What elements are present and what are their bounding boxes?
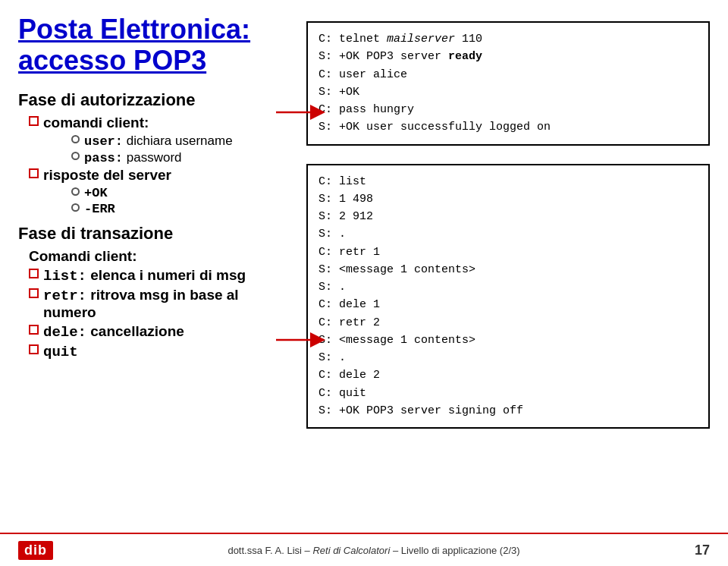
- user-cmd-code: user:: [84, 134, 123, 149]
- dialog2-line-10: S: <message 1 contents>: [318, 332, 698, 349]
- dele-item: dele: cancellazione: [29, 323, 291, 341]
- dialog2-line-13: C: quit: [318, 385, 698, 402]
- dialog2-line-8: C: dele 1: [318, 296, 698, 313]
- trans-heading-text: Fase di transazione: [18, 224, 173, 243]
- dialog-box-2: C: list S: 1 498 S: 2 912 S: . C: retr 1…: [306, 164, 710, 429]
- dialog2-line-11: S: .: [318, 349, 698, 366]
- ok-reply: +OK: [71, 186, 291, 200]
- right-column: C: telnet mailserver 110 S: +OK POP3 ser…: [299, 14, 710, 525]
- dialog2-line-3: S: 2 912: [318, 208, 698, 225]
- retr-text: retr: ritrova msg in base al numero: [43, 287, 278, 321]
- dele-text: dele: cancellazione: [43, 323, 184, 341]
- square-bullet-4: [29, 288, 39, 298]
- auth-heading-text: Fase di autorizzazione: [18, 90, 196, 109]
- auth-block: comandi client: user: dichiara username …: [29, 115, 291, 216]
- dele-desc: cancellazione: [86, 323, 184, 339]
- dialog1-line-5: C: pass hungry: [318, 101, 698, 118]
- pass-cmd-text: pass: password: [84, 150, 182, 165]
- square-bullet-3: [29, 269, 39, 278]
- quit-text: quit: [43, 343, 78, 360]
- footer-citation: dott.ssa F. A. Lisi – Reti di Calcolator…: [228, 545, 519, 556]
- circle-bullet-3: [71, 187, 80, 196]
- user-item: user: dichiara username: [71, 134, 291, 149]
- err-reply: -ERR: [71, 202, 291, 216]
- quit-item: quit: [29, 343, 291, 360]
- dib-logo: dib: [18, 541, 53, 560]
- auth-heading: Fase di autorizzazione: [18, 90, 291, 110]
- dialog1-line-3: C: user alice: [318, 66, 698, 83]
- page: Posta Elettronica: accesso POP3 Fase di …: [0, 0, 728, 566]
- footer-text: dott.ssa F. A. Lisi – Reti di Calcolator…: [228, 545, 519, 556]
- retr-item: retr: ritrova msg in base al numero: [29, 287, 291, 321]
- square-bullet-2: [29, 168, 39, 178]
- trans-client-text: Comandi client:: [29, 248, 137, 265]
- client-commands-text: comandi client:: [43, 115, 149, 131]
- footer-logo-area: dib: [18, 541, 53, 560]
- server-replies-items: +OK -ERR: [50, 186, 291, 216]
- dialog1-line-2: S: +OK POP3 server ready: [318, 48, 698, 65]
- main-content: Posta Elettronica: accesso POP3 Fase di …: [0, 0, 728, 533]
- square-bullet-6: [29, 344, 39, 354]
- dialog2-line-4: S: .: [318, 225, 698, 243]
- footer: dib dott.ssa F. A. Lisi – Reti di Calcol…: [0, 533, 728, 566]
- trans-block: Comandi client: list: elenca i numeri di…: [29, 248, 291, 360]
- title-line1: Posta Elettronica:: [18, 14, 250, 45]
- trans-heading: Fase di transazione: [18, 224, 291, 244]
- dialog2-line-9: C: retr 2: [318, 314, 698, 332]
- dele-code: dele:: [43, 324, 86, 341]
- user-desc: dichiara username: [123, 134, 233, 148]
- list-desc: elenca i numeri di msg: [86, 267, 246, 283]
- square-bullet-1: [29, 116, 39, 126]
- square-bullet-5: [29, 325, 39, 335]
- dialog2-line-14: S: +OK POP3 server signing off: [318, 402, 698, 420]
- dialog1-line-4: S: +OK: [318, 83, 698, 101]
- server-replies-text: risposte del server: [43, 167, 171, 184]
- retr-code: retr:: [43, 288, 86, 304]
- dialog2-line-1: C: list: [318, 173, 698, 190]
- dialog2-line-2: S: 1 498: [318, 190, 698, 208]
- slide-title: Posta Elettronica: accesso POP3: [18, 14, 291, 77]
- footer-page-number: 17: [695, 542, 710, 558]
- left-col-inner: Posta Elettronica: accesso POP3 Fase di …: [18, 14, 299, 360]
- err-code: -ERR: [84, 202, 115, 216]
- dialog2-line-6: S: <message 1 contents>: [318, 261, 698, 278]
- list-code: list:: [43, 268, 86, 285]
- server-replies: risposte del server: [29, 167, 291, 184]
- dialog2-line-12: C: dele 2: [318, 366, 698, 384]
- circle-bullet-1: [71, 135, 80, 143]
- list-text: list: elenca i numeri di msg: [43, 267, 246, 285]
- pass-desc: password: [123, 150, 181, 165]
- dialog-box-1: C: telnet mailserver 110 S: +OK POP3 ser…: [306, 21, 710, 146]
- user-cmd-block: user: dichiara username pass: password: [50, 134, 291, 165]
- circle-bullet-4: [71, 203, 80, 212]
- quit-code: quit: [43, 344, 78, 360]
- dialog2-line-7: S: .: [318, 278, 698, 296]
- left-column: Posta Elettronica: accesso POP3 Fase di …: [18, 14, 299, 525]
- pass-cmd-code: pass:: [84, 151, 123, 165]
- dialog2-line-5: C: retr 1: [318, 244, 698, 261]
- user-cmd-text: user: dichiara username: [84, 134, 233, 149]
- trans-client-label: Comandi client:: [29, 248, 291, 265]
- dialog1-line-6: S: +OK user successfully logged on: [318, 118, 698, 136]
- circle-bullet-2: [71, 152, 80, 160]
- dialog1-line-1: C: telnet mailserver 110: [318, 30, 698, 48]
- pass-item: pass: password: [71, 150, 291, 165]
- ok-code: +OK: [84, 186, 108, 200]
- client-commands: comandi client:: [29, 115, 291, 131]
- title-line2: accesso POP3: [18, 45, 206, 76]
- list-item: list: elenca i numeri di msg: [29, 267, 291, 285]
